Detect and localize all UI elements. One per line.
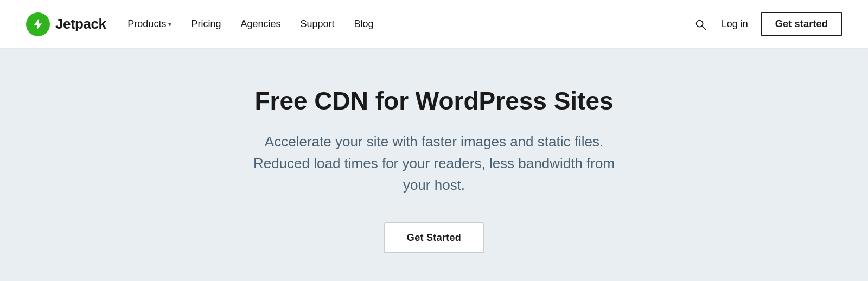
nav-links: Products ▾ Pricing Agencies Support Blog	[127, 18, 692, 30]
nav-blog-label: Blog	[354, 18, 374, 30]
nav-right: Log in Get started	[692, 12, 842, 36]
svg-line-1	[702, 26, 705, 29]
hero-cta-button[interactable]: Get Started	[384, 222, 484, 253]
navbar: Jetpack Products ▾ Pricing Agencies Supp…	[0, 0, 868, 49]
login-link[interactable]: Log in	[722, 18, 748, 30]
chevron-down-icon: ▾	[168, 21, 171, 28]
get-started-nav-button[interactable]: Get started	[761, 12, 842, 36]
nav-support[interactable]: Support	[300, 18, 334, 30]
nav-support-label: Support	[300, 18, 334, 30]
search-icon	[694, 18, 706, 30]
nav-pricing[interactable]: Pricing	[191, 18, 221, 30]
hero-title: Free CDN for WordPress Sites	[254, 87, 613, 116]
hero-subtitle: Accelerate your site with faster images …	[250, 131, 618, 196]
bolt-icon	[31, 18, 44, 31]
logo-text: Jetpack	[55, 16, 106, 33]
nav-agencies[interactable]: Agencies	[240, 18, 280, 30]
nav-agencies-label: Agencies	[240, 18, 280, 30]
logo-icon	[26, 12, 50, 36]
nav-blog[interactable]: Blog	[354, 18, 374, 30]
nav-products-label: Products	[127, 18, 166, 30]
search-button[interactable]	[692, 16, 709, 33]
nav-products[interactable]: Products ▾	[127, 18, 171, 30]
nav-pricing-label: Pricing	[191, 18, 221, 30]
logo-link[interactable]: Jetpack	[26, 12, 106, 36]
hero-section: Free CDN for WordPress Sites Accelerate …	[0, 49, 868, 281]
